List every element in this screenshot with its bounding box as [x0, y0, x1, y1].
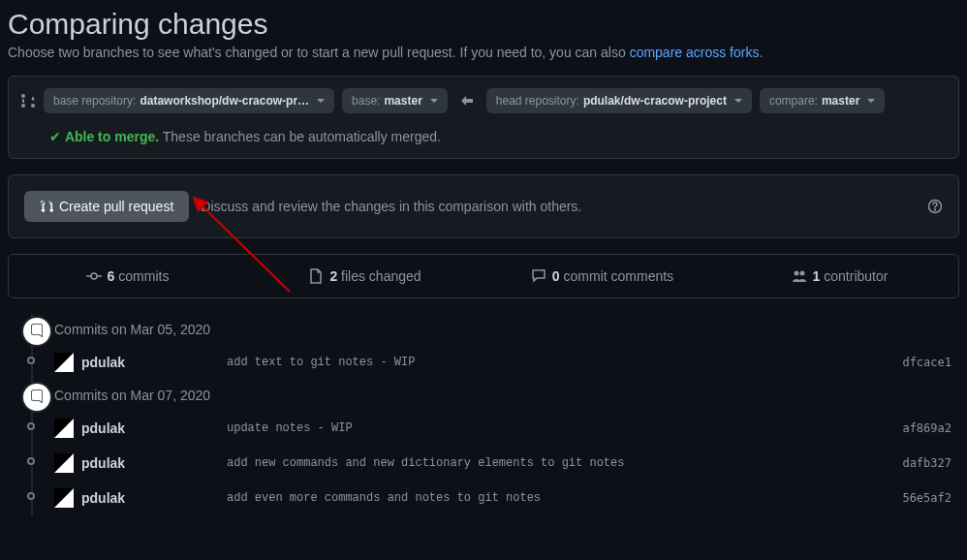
people-icon — [792, 268, 807, 284]
avatar[interactable] — [54, 419, 74, 438]
compare-range-box: base repository: dataworkshop/dw-cracow-… — [8, 76, 959, 159]
compare-label: compare: — [769, 94, 818, 108]
caret-icon — [317, 99, 325, 103]
commit-icon — [86, 268, 102, 284]
compare-forks-link[interactable]: compare across forks — [630, 45, 760, 60]
head-repo-value: pdulak/dw-cracow-project — [583, 94, 727, 108]
commit-group-header: Commits on Mar 07, 2020 — [54, 380, 959, 411]
contributors-tab[interactable]: 1 contributor — [721, 255, 958, 297]
svg-point-3 — [91, 273, 97, 279]
commit-dot-icon — [27, 492, 35, 500]
subhead-suffix: . — [759, 45, 763, 60]
range-editor: base repository: dataworkshop/dw-cracow-… — [20, 84, 947, 121]
files-label: files changed — [337, 268, 421, 284]
commit-message[interactable]: add even more commands and notes to git … — [227, 491, 902, 505]
commit-dot-icon — [27, 422, 35, 430]
head-repo-label: head repository: — [496, 94, 579, 108]
caret-icon — [867, 99, 875, 103]
comments-label: commit comments — [560, 268, 673, 284]
commit-author[interactable]: pdulak — [81, 490, 227, 506]
commit-row[interactable]: pdulakadd new commands and new dictionar… — [48, 446, 959, 481]
commit-date: Commits on Mar 07, 2020 — [54, 388, 210, 403]
compare-value: master — [822, 94, 859, 108]
help-icon[interactable] — [927, 199, 943, 214]
commit-dot-icon — [27, 457, 35, 465]
commit-message[interactable]: update notes - WIP — [227, 421, 902, 435]
subhead-text: Choose two branches to see what's change… — [8, 45, 630, 60]
base-value: master — [384, 94, 421, 108]
page-title: Comparing changes — [8, 0, 959, 45]
svg-point-1 — [935, 209, 936, 210]
commit-message[interactable]: add new commands and new dictionary elem… — [227, 456, 902, 470]
file-icon — [308, 268, 324, 284]
commits-label: commits — [114, 268, 169, 284]
commit-author[interactable]: pdulak — [81, 455, 227, 471]
avatar[interactable] — [54, 488, 74, 508]
git-pull-request-icon — [40, 200, 53, 213]
merge-detail: These branches can be automatically merg… — [159, 129, 441, 144]
commit-author[interactable]: pdulak — [81, 355, 227, 370]
base-label: base: — [352, 94, 380, 108]
commit-row[interactable]: pdulakadd text to git notes - WIPdfcace1 — [48, 345, 959, 380]
base-repo-value: dataworkshop/dw-cracow-pr… — [140, 94, 309, 108]
base-branch-select[interactable]: base: master — [342, 88, 448, 113]
base-repo-select[interactable]: base repository: dataworkshop/dw-cracow-… — [44, 88, 334, 113]
avatar[interactable] — [54, 453, 74, 473]
commit-row[interactable]: pdulakupdate notes - WIPaf869a2 — [48, 411, 959, 446]
merge-status-text: Able to merge. — [65, 129, 159, 144]
avatar[interactable] — [54, 353, 74, 372]
create-pr-box: Create pull request Discuss and review t… — [8, 174, 959, 238]
commit-message[interactable]: add text to git notes - WIP — [227, 356, 902, 369]
caret-icon — [734, 99, 742, 103]
svg-point-7 — [799, 271, 804, 276]
commits-tab[interactable]: 6 commits — [9, 255, 246, 297]
commit-row[interactable]: pdulakadd even more commands and notes t… — [48, 481, 959, 515]
commit-sha[interactable]: dfcace1 — [902, 356, 951, 369]
commit-sha[interactable]: af869a2 — [902, 421, 951, 435]
create-pr-label: Create pull request — [59, 199, 173, 214]
compare-branch-select[interactable]: compare: master — [760, 88, 885, 113]
commit-date: Commits on Mar 05, 2020 — [54, 322, 210, 337]
commit-sha[interactable]: 56e5af2 — [902, 491, 951, 505]
create-pr-button[interactable]: Create pull request — [24, 191, 189, 222]
merge-status: ✔ Able to merge. These branches can be a… — [20, 121, 947, 146]
head-repo-select[interactable]: head repository: pdulak/dw-cracow-projec… — [486, 88, 752, 113]
compare-icon — [20, 93, 36, 109]
check-icon: ✔ — [49, 129, 61, 144]
base-repo-label: base repository: — [53, 94, 136, 108]
contributors-label: contributor — [820, 268, 888, 284]
commit-dot-icon — [27, 357, 35, 364]
commit-sha[interactable]: dafb327 — [902, 456, 951, 470]
repo-push-icon — [21, 382, 52, 413]
files-tab[interactable]: 2 files changed — [246, 255, 484, 297]
repo-push-icon — [21, 316, 52, 347]
comments-count: 0 — [552, 268, 560, 284]
svg-point-6 — [794, 271, 798, 276]
commit-author[interactable]: pdulak — [81, 420, 227, 436]
commits-timeline: Commits on Mar 05, 2020pdulakadd text to… — [8, 314, 959, 515]
pr-description: Discuss and review the changes in this c… — [201, 199, 927, 214]
page-subhead: Choose two branches to see what's change… — [8, 45, 959, 60]
stats-bar: 6 commits 2 files changed 0 commit comme… — [8, 254, 959, 298]
comments-tab[interactable]: 0 commit comments — [484, 255, 721, 297]
caret-icon — [430, 99, 438, 103]
comment-icon — [531, 268, 546, 284]
arrow-left-icon — [455, 93, 479, 109]
commit-group-header: Commits on Mar 05, 2020 — [54, 314, 959, 345]
